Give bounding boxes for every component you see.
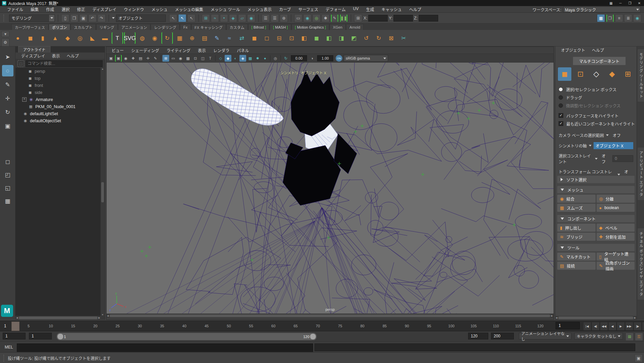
outliner-vertical-scrollbar[interactable]: ▲▼ — [101, 68, 105, 316]
tool-settings-menu-item[interactable]: オブジェクト — [558, 47, 588, 53]
textured-mode-icon[interactable]: ◐ — [232, 55, 239, 62]
go-to-start-button[interactable]: |◀ — [583, 322, 591, 331]
crease-set-icon[interactable]: ↺ — [361, 32, 372, 44]
animation-start-field[interactable]: 1 — [3, 333, 26, 339]
restore-button[interactable]: ❐ — [625, 0, 635, 6]
booleans-icon[interactable]: ⊟ — [273, 32, 285, 44]
shelf-tab[interactable]: XGen — [330, 24, 346, 30]
auto-keyframe-icon[interactable]: ⚿ — [635, 333, 643, 341]
poly-torus-icon[interactable]: ◎ — [74, 32, 86, 44]
radio-option[interactable]: 選択/セレクション ボックス — [559, 86, 620, 92]
step-forward-key-button[interactable]: ▶▶ — [625, 322, 633, 331]
viewport-panel[interactable]: ビューシェーディングライティング表示レンダラパネル ▣▣◉❖▤✛✎⊞▭◉▩⊡◫T… — [106, 46, 554, 320]
step-back-frame-button[interactable]: ◀| — [592, 322, 600, 331]
menu-item[interactable]: 作成 — [42, 6, 58, 12]
shelf-tab[interactable]: アニメーション — [118, 24, 151, 30]
safe-action-icon[interactable]: ◫ — [199, 55, 206, 62]
menu-item[interactable]: 編集 — [27, 6, 42, 12]
sidebar-tab[interactable]: モデリング ツールキット — [638, 49, 644, 102]
animation-layer-select[interactable]: アニメーション レイヤなし — [519, 333, 571, 339]
selection-mask-caret-icon[interactable] — [112, 17, 115, 19]
grid-icon[interactable]: ⊞ — [162, 55, 169, 62]
shelf-tab[interactable]: FX キャッシング — [191, 24, 226, 30]
poly-plane-icon[interactable]: ▦ — [174, 32, 185, 44]
poly-disc-icon[interactable]: ◍ — [137, 32, 148, 44]
sidebar-tab[interactable]: チャネル ボックス/レイヤ エディタ — [638, 228, 644, 300]
rotate-tool-icon[interactable]: ↻ — [2, 106, 13, 118]
menu-item[interactable]: UV — [349, 6, 363, 12]
camera-attributes-icon[interactable]: ◉ — [122, 55, 129, 62]
shelf-tab[interactable]: Motion Graphics — [292, 24, 329, 30]
tool-action-button[interactable]: ✎ 四角ポリゴン描画 — [597, 262, 635, 270]
svg-tool-icon[interactable]: SVG — [124, 32, 136, 44]
combine-icon[interactable]: ◼ — [249, 32, 260, 44]
lasso-tool-icon[interactable]: ◌ — [2, 65, 13, 76]
radio-option[interactable]: 微調整/セレクション ボックス — [559, 102, 620, 108]
script-editor-icon[interactable]: ▣ — [635, 354, 643, 362]
component-action-button[interactable]: ▮ 押し出し — [557, 224, 596, 232]
pencil-curve-icon[interactable]: ✎ — [211, 32, 223, 44]
outliner-item[interactable]: + ◼ top — [15, 75, 101, 82]
outliner-item[interactable]: + ◼ side — [15, 89, 101, 96]
outliner-item[interactable]: + ◼ front — [15, 82, 101, 89]
z-coord-field[interactable] — [419, 15, 438, 22]
undo-icon[interactable]: ↶ — [88, 14, 97, 22]
play-backward-button[interactable]: ◀ — [608, 322, 616, 331]
sidebar-attribute-editor-icon[interactable]: ❒ — [606, 14, 614, 22]
checkbox-option[interactable]: 最も近いコンポーネントをハイライト — [559, 121, 635, 127]
poly-platonic-icon[interactable]: ◆ — [62, 32, 73, 44]
setting-dropdown-row[interactable]: シンメトリの軸 オブジェクト X — [559, 142, 633, 149]
viewport-camera-icon[interactable]: ▣ — [108, 55, 114, 62]
shaded-mode-icon[interactable]: ◆ — [225, 55, 231, 62]
anim-layer-icon[interactable]: ⊞ — [626, 333, 634, 341]
subdiv-plane-icon[interactable]: ▤ — [199, 32, 210, 44]
character-set-select[interactable]: キャラクタ セットなし — [574, 333, 623, 339]
shelf-tab[interactable]: Fx — [180, 24, 191, 30]
current-frame-marker[interactable] — [11, 322, 20, 331]
range-end-handle[interactable] — [310, 334, 316, 339]
poly-super-ellipse-icon[interactable]: ◉ — [149, 32, 160, 44]
animation-end-field[interactable]: 200 — [491, 333, 514, 339]
menu-set-select[interactable]: モデリング — [9, 14, 55, 22]
menu-item[interactable]: デフォーム — [322, 6, 349, 12]
command-line-language-label[interactable]: MEL — [5, 345, 13, 350]
viewport-menu-item[interactable]: シェーディング — [128, 47, 162, 53]
mesh-action-button[interactable]: ◉ 結合 — [557, 195, 596, 203]
outliner-horizontal-scrollbar[interactable]: ◀▶ — [15, 316, 101, 320]
outliner-menu-item[interactable]: 表示 — [49, 53, 63, 59]
mirror-arrows-icon[interactable]: ⇄ — [236, 32, 248, 44]
object-mode-icon[interactable]: ◼ — [558, 67, 571, 81]
make-live-icon[interactable]: ◉ — [247, 14, 255, 22]
color-management-toggle[interactable]: ON — [336, 55, 342, 62]
sidebar-modeling-toolkit-icon[interactable]: ▦ — [597, 14, 605, 22]
film-gate-icon[interactable]: ▭ — [170, 55, 177, 62]
multi-component-button[interactable]: マルチコンポーネント — [573, 57, 626, 65]
render-current-frame-icon[interactable]: ◉ — [303, 14, 311, 22]
menu-item[interactable]: ヘルプ — [406, 6, 425, 12]
go-to-end-button[interactable]: ▶| — [642, 322, 644, 331]
expand-icon[interactable]: + — [22, 97, 27, 102]
outliner-item[interactable]: + ✳ Armature — [15, 96, 101, 103]
sidebar-tab[interactable]: アトリビュート エディタ — [638, 147, 644, 200]
sidebar-layer-editor-icon[interactable]: ≣ — [624, 14, 632, 22]
poly-sphere-icon[interactable]: ● — [12, 32, 24, 44]
selection-mask-select[interactable]: オブジェクト — [116, 14, 166, 22]
select-by-object-icon[interactable]: ↖ — [178, 14, 186, 22]
component-action-button[interactable]: ✚ 分割を追加 — [597, 233, 635, 241]
field-chart-icon[interactable]: ⊡ — [192, 55, 199, 62]
drag-handle[interactable] — [3, 14, 6, 22]
close-button[interactable]: ✕ — [635, 0, 644, 6]
y-coord-field[interactable] — [393, 15, 413, 22]
symmetrize-icon[interactable]: ◨ — [336, 32, 347, 44]
spin-edge-icon[interactable]: ↻ — [373, 32, 384, 44]
menu-item[interactable]: メッシュの編集 — [171, 6, 207, 12]
shelf-tab[interactable]: Bifrost — [248, 24, 269, 30]
anim-keys-icon[interactable]: ❚❚ — [340, 14, 348, 22]
outliner-item[interactable]: + ◉ defaultObjectSet — [15, 117, 101, 124]
menu-item[interactable]: サーフェス — [295, 6, 322, 12]
range-slider[interactable]: 1 120 — [56, 333, 317, 340]
redo-icon[interactable]: ↷ — [98, 14, 106, 22]
mesh-action-button[interactable]: ● boolean — [597, 204, 635, 212]
open-render-view-icon[interactable]: ▭ — [294, 14, 302, 22]
poly-pipe-icon[interactable]: ▬ — [99, 32, 111, 44]
